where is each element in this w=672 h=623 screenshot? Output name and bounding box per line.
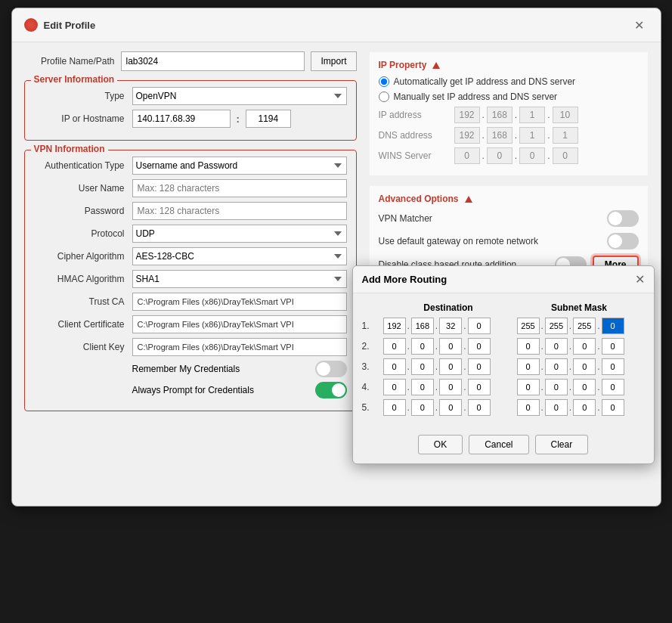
- r1-mask-1[interactable]: [517, 318, 540, 334]
- r5-mask-2[interactable]: [545, 399, 568, 416]
- r3-mask-3[interactable]: [573, 358, 596, 375]
- client-key-input[interactable]: [132, 338, 347, 356]
- routing-dialog-close-button[interactable]: ✕: [635, 272, 645, 287]
- always-prompt-row: Always Prompt for Credentials: [34, 382, 347, 398]
- profile-name-input[interactable]: [121, 51, 305, 71]
- r1-dest-1[interactable]: [383, 318, 406, 334]
- r4-mask-2[interactable]: [545, 379, 568, 395]
- r5-mask-1[interactable]: [517, 399, 540, 416]
- main-window: Edit Profile ✕ Profile Name/Path Import …: [11, 8, 661, 507]
- r2-mask-3[interactable]: [573, 338, 596, 355]
- cipher-label: Cipher Algorithm: [34, 251, 132, 262]
- r4-mask-4[interactable]: [602, 379, 624, 395]
- ip-addr-1[interactable]: [454, 107, 480, 123]
- r2-dest-2[interactable]: [411, 338, 434, 355]
- r2-mask-2[interactable]: [545, 338, 568, 355]
- r5-dest-3[interactable]: [439, 399, 462, 416]
- hmac-label: HMAC Algorithm: [34, 274, 132, 284]
- port-separator: :: [234, 113, 243, 125]
- dns-3[interactable]: [519, 127, 545, 144]
- auto-ip-row: Automatically get IP address and DNS ser…: [379, 76, 639, 87]
- r2-mask-1[interactable]: [517, 338, 540, 355]
- manual-ip-radio[interactable]: [379, 91, 389, 102]
- r3-dest-3[interactable]: [439, 358, 462, 375]
- clear-button[interactable]: Clear: [535, 435, 589, 454]
- remember-row: Remember My Credentials: [34, 361, 347, 377]
- port-input[interactable]: [246, 110, 291, 128]
- wins-1[interactable]: [454, 147, 480, 164]
- client-cert-input[interactable]: [132, 315, 347, 333]
- r2-mask-4[interactable]: [602, 338, 624, 355]
- r4-dest-2[interactable]: [411, 379, 434, 395]
- cipher-select[interactable]: AES-128-CBC: [132, 247, 347, 265]
- r3-mask-2[interactable]: [545, 358, 568, 375]
- dns-4[interactable]: [553, 127, 578, 144]
- routing-row-5: 5. . . . . . .: [362, 399, 645, 416]
- server-info-group: Server Information Type OpenVPN IP or Ho…: [24, 80, 357, 141]
- r1-mask-4[interactable]: [602, 318, 624, 334]
- r4-dest-3[interactable]: [439, 379, 462, 395]
- ip-addr-3[interactable]: [519, 107, 545, 123]
- username-input[interactable]: [132, 179, 347, 197]
- gateway-row: Use default gateway on remote network: [379, 233, 639, 250]
- r1-mask-2[interactable]: [545, 318, 568, 334]
- r3-dest-4[interactable]: [468, 358, 491, 375]
- r3-mask-1[interactable]: [517, 358, 540, 375]
- r5-mask-4[interactable]: [602, 399, 624, 416]
- r1-dest-4[interactable]: [468, 318, 491, 334]
- mask-header: Subnet Mask: [514, 302, 645, 313]
- r5-dest-1[interactable]: [383, 399, 406, 416]
- wins-2[interactable]: [487, 147, 513, 164]
- dns-2[interactable]: [487, 127, 513, 144]
- r5-dest-2[interactable]: [411, 399, 434, 416]
- username-label: User Name: [34, 183, 132, 194]
- protocol-row: Protocol UDP: [34, 225, 347, 243]
- cancel-button[interactable]: Cancel: [469, 435, 528, 454]
- remember-toggle[interactable]: [315, 361, 347, 377]
- r2-dest-1[interactable]: [383, 338, 406, 355]
- wins-row: WINS Server . . .: [379, 147, 639, 164]
- vpn-matcher-toggle[interactable]: [607, 210, 639, 227]
- auto-ip-radio[interactable]: [379, 76, 389, 87]
- r5-dest-4[interactable]: [468, 399, 491, 416]
- password-row: Password: [34, 202, 347, 220]
- wins-3[interactable]: [519, 147, 545, 164]
- ip-property-warning-icon: [432, 62, 440, 69]
- routing-dest-2: . . .: [383, 338, 511, 355]
- r2-dest-3[interactable]: [439, 338, 462, 355]
- r4-mask-1[interactable]: [517, 379, 540, 395]
- routing-dest-3: . . .: [383, 358, 511, 375]
- ip-addr-2[interactable]: [487, 107, 513, 123]
- ip-hostname-input[interactable]: [132, 110, 231, 128]
- dns-1[interactable]: [454, 127, 480, 144]
- gateway-toggle[interactable]: [607, 233, 639, 250]
- r5-mask-3[interactable]: [573, 399, 596, 416]
- r3-dest-2[interactable]: [411, 358, 434, 375]
- window-close-button[interactable]: ✕: [630, 16, 649, 34]
- always-prompt-toggle[interactable]: [315, 382, 347, 398]
- r4-dest-1[interactable]: [383, 379, 406, 395]
- r1-mask-3[interactable]: [573, 318, 596, 334]
- auth-type-select[interactable]: Username and Password: [132, 157, 347, 175]
- ok-button[interactable]: OK: [418, 435, 463, 454]
- r2-dest-4[interactable]: [468, 338, 491, 355]
- r1-dest-2[interactable]: [411, 318, 434, 334]
- r4-mask-3[interactable]: [573, 379, 596, 395]
- password-input[interactable]: [132, 202, 347, 220]
- r4-dest-4[interactable]: [468, 379, 491, 395]
- trust-ca-input[interactable]: [132, 293, 347, 311]
- r1-dest-3[interactable]: [439, 318, 462, 334]
- import-button[interactable]: Import: [311, 51, 356, 71]
- type-select[interactable]: OpenVPN: [132, 87, 347, 105]
- protocol-select[interactable]: UDP: [132, 225, 347, 243]
- routing-row-3: 3. . . . . . .: [362, 358, 645, 375]
- ip-addr-4[interactable]: [553, 107, 578, 123]
- hmac-select[interactable]: SHA1: [132, 270, 347, 288]
- r3-dest-1[interactable]: [383, 358, 406, 375]
- profile-name-row: Profile Name/Path Import: [24, 51, 357, 71]
- ip-hostname-row: IP or Hostname :: [34, 110, 347, 128]
- routing-mask-2: . . .: [517, 338, 645, 355]
- wins-4[interactable]: [553, 147, 578, 164]
- profile-name-label: Profile Name/Path: [24, 56, 115, 67]
- r3-mask-4[interactable]: [602, 358, 624, 375]
